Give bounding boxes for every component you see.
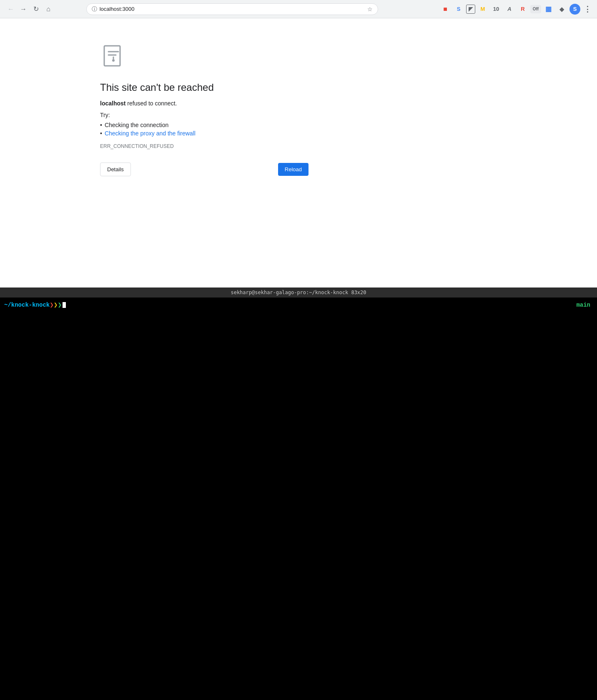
error-title: This site can't be reached [100,82,309,93]
extension-icon-7[interactable]: R [517,3,529,15]
extension-icon-6[interactable]: A [504,3,515,15]
nav-buttons: ← → ↻ ⌂ [5,3,54,15]
url-input[interactable] [100,6,365,12]
terminal-status-text: sekharp@sekhar-galago-pro:~/knock-knock … [231,290,366,295]
error-host-text: refused to connect. [127,100,177,107]
more-menu-button[interactable]: ⋮ [582,3,594,15]
details-button[interactable]: Details [100,162,131,176]
forward-button[interactable]: → [18,3,29,15]
terminal-path: ~/knock-knock [4,302,50,308]
extension-icon-tab[interactable]: ▦ [543,3,554,15]
extension-icon-3[interactable]: ◤ [466,5,475,14]
back-button[interactable]: ← [5,3,17,15]
terminal-branch: main [576,302,593,308]
browser-toolbar: ■ S ◤ M 10 A R Off ▦ ◆ S ⋮ [439,3,594,15]
extension-icon-off[interactable]: Off [530,5,541,13]
error-document-icon [100,43,127,70]
address-bar[interactable]: ⓘ ☆ [86,3,378,15]
reload-button[interactable]: ↻ [30,3,42,15]
terminal-arrows: ❯ ❯ ❯ [50,301,62,309]
terminal-area[interactable]: ~/knock-knock ❯ ❯ ❯ main [0,298,597,700]
terminal-prompt-line: ~/knock-knock ❯ ❯ ❯ main [4,301,593,309]
error-code: ERR_CONNECTION_REFUSED [100,143,309,149]
svg-point-3 [112,59,115,62]
profile-avatar[interactable]: S [569,4,580,15]
svg-rect-0 [104,46,120,66]
arrow-red: ❯ [50,301,54,309]
try-label: Try: [100,112,309,118]
error-hostname: localhost [100,100,125,107]
extension-icon-2[interactable]: S [453,3,464,15]
home-button[interactable]: ⌂ [43,3,54,15]
proxy-firewall-link[interactable]: Checking the proxy and the firewall [105,130,196,137]
extension-icon-4[interactable]: M [477,3,489,15]
terminal-cursor [63,302,66,308]
browser-chrome: ← → ↻ ⌂ ⓘ ☆ ■ S ◤ M 10 A R Off ▦ ◆ S ⋮ [0,0,597,18]
arrow-yellow: ❯ [54,301,58,309]
suggestion-connection: Checking the connection [100,122,309,128]
arrow-green: ❯ [58,301,62,309]
suggestion-proxy[interactable]: Checking the proxy and the firewall [100,130,309,137]
error-host: localhost refused to connect. [100,100,309,107]
extensions-button[interactable]: ◆ [556,3,568,15]
lock-icon: ⓘ [92,5,97,13]
reload-page-button[interactable]: Reload [278,163,309,176]
extension-icon-1[interactable]: ■ [439,3,451,15]
browser-content: This site can't be reached localhost ref… [0,18,597,288]
error-buttons: Details Reload [100,162,309,176]
extension-icon-5[interactable]: 10 [490,3,502,15]
terminal-status-bar: sekharp@sekhar-galago-pro:~/knock-knock … [0,288,597,298]
error-page: This site can't be reached localhost ref… [100,43,309,176]
bookmark-icon[interactable]: ☆ [367,6,373,12]
suggestions-list: Checking the connection Checking the pro… [100,122,309,137]
